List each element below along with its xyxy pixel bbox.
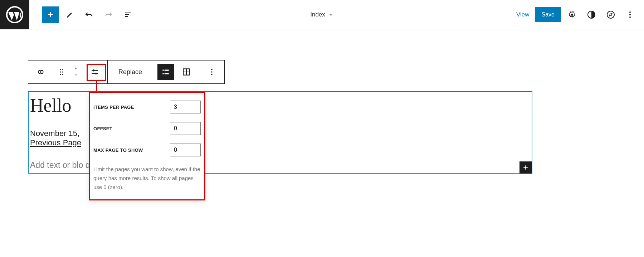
- view-button[interactable]: View: [513, 8, 532, 21]
- compass-icon: [606, 10, 615, 19]
- redo-icon: [104, 10, 113, 19]
- topbar-left-tools: [29, 6, 136, 23]
- topbar-right-tools: View Save: [513, 6, 644, 23]
- more-options-button[interactable]: [622, 6, 638, 23]
- half-circle-icon: [587, 10, 596, 19]
- editor-top-bar: Index View Save: [0, 0, 644, 29]
- svg-point-4: [629, 11, 631, 13]
- plus-icon: [46, 10, 55, 19]
- kebab-icon: [626, 10, 634, 19]
- list-view-button[interactable]: [119, 6, 136, 23]
- template-selector[interactable]: Index: [310, 11, 334, 18]
- add-block-button[interactable]: [42, 6, 59, 23]
- wordpress-logo[interactable]: [0, 0, 29, 29]
- settings-button[interactable]: [564, 6, 580, 23]
- redo-button[interactable]: [100, 6, 117, 23]
- chevron-down-icon: [328, 12, 334, 18]
- undo-icon: [84, 10, 94, 19]
- svg-point-1: [571, 14, 573, 16]
- svg-point-6: [629, 16, 631, 18]
- gear-icon: [568, 10, 576, 19]
- svg-point-5: [629, 14, 631, 15]
- save-button[interactable]: Save: [535, 7, 561, 22]
- edit-tool-button[interactable]: [62, 6, 78, 23]
- list-icon: [123, 10, 132, 19]
- styles-button[interactable]: [583, 6, 600, 23]
- undo-button[interactable]: [81, 6, 97, 23]
- wordpress-icon: [6, 6, 23, 23]
- pencil-icon: [65, 10, 74, 19]
- navigation-button[interactable]: [602, 6, 619, 23]
- svg-point-3: [607, 11, 614, 18]
- template-name: Index: [310, 11, 325, 18]
